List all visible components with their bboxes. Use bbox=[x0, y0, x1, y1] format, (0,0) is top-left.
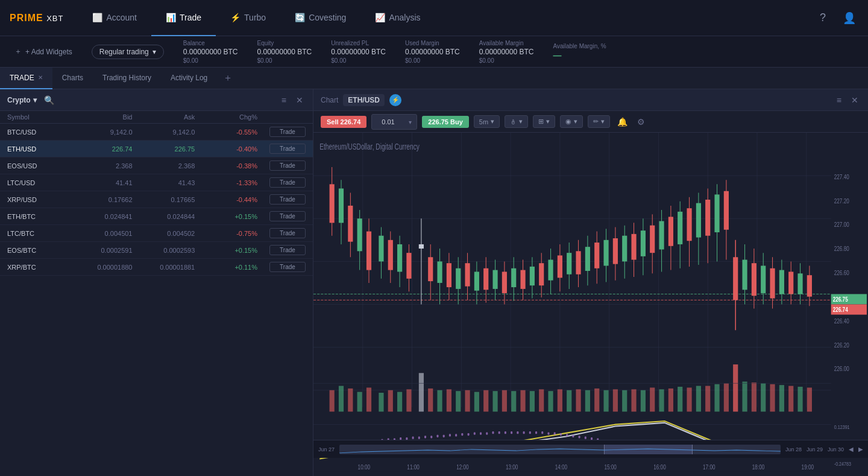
nav-item-covesting[interactable]: 🔄 Covesting bbox=[280, 0, 360, 36]
search-button[interactable]: 🔍 bbox=[42, 94, 57, 106]
trade-ltcbtc-button[interactable]: Trade bbox=[269, 228, 306, 238]
nav-turbo-label: Turbo bbox=[244, 13, 266, 22]
chart-type-selector[interactable]: 🕯 ▾ bbox=[505, 115, 528, 128]
tab-trade[interactable]: TRADE ✕ bbox=[0, 68, 52, 89]
svg-rect-173 bbox=[788, 386, 793, 412]
symbol-row-ltcusd[interactable]: LTC/USD 41.41 41.43 -1.33% Trade bbox=[0, 174, 313, 191]
svg-rect-215 bbox=[535, 431, 537, 434]
add-widgets-button[interactable]: ＋ + Add Widgets bbox=[10, 44, 77, 59]
nav-trade-label: Trade bbox=[180, 13, 201, 22]
sell-button[interactable]: Sell 226.74 bbox=[321, 116, 366, 128]
symbol-eosbtc-ask: 0.0002593 bbox=[133, 247, 195, 254]
symbol-xrpbtc-ask: 0.00001881 bbox=[133, 264, 195, 271]
chart-alert-button[interactable]: 🔔 bbox=[615, 116, 630, 128]
chart-symbol[interactable]: ETH/USD bbox=[343, 94, 385, 106]
indicator-icon: ◉ bbox=[565, 118, 571, 125]
svg-rect-160 bbox=[668, 389, 673, 411]
chart-area[interactable]: Ethereum/USDollar, Digital Currency bbox=[313, 133, 868, 476]
trade-xrpusd-button[interactable]: Trade bbox=[269, 194, 306, 205]
svg-rect-151 bbox=[585, 390, 590, 412]
profile-button[interactable]: 👤 bbox=[840, 9, 858, 27]
svg-rect-59 bbox=[511, 268, 516, 287]
svg-rect-127 bbox=[357, 392, 362, 412]
svg-rect-148 bbox=[558, 389, 562, 411]
avail-margin-pct-value: — bbox=[553, 51, 606, 60]
tab-activity-log[interactable]: Activity Log bbox=[161, 68, 217, 89]
chart-settings-button[interactable]: ⚙ bbox=[635, 116, 647, 128]
nav-item-account[interactable]: ⬜ Account bbox=[78, 0, 151, 36]
svg-rect-79 bbox=[603, 240, 608, 266]
covesting-icon: 🔄 bbox=[295, 13, 305, 22]
svg-rect-172 bbox=[779, 385, 784, 411]
panel-close-icon[interactable]: ✕ bbox=[294, 94, 306, 106]
help-button[interactable]: ? bbox=[817, 9, 828, 27]
symbol-row-ethusd[interactable]: ETH/USD 226.74 226.75 -0.40% Trade bbox=[0, 141, 313, 157]
tab-add-button[interactable]: ＋ bbox=[217, 72, 239, 84]
tab-charts[interactable]: Charts bbox=[52, 68, 93, 89]
trade-ethusd-button[interactable]: Trade bbox=[269, 144, 306, 154]
symbol-row-xrpusd[interactable]: XRP/USD 0.17662 0.17665 -0.44% Trade bbox=[0, 191, 313, 208]
svg-rect-223 bbox=[585, 437, 587, 439]
qty-input[interactable] bbox=[377, 116, 407, 127]
svg-rect-132 bbox=[406, 389, 411, 411]
symbol-ltcusd-bid: 41.41 bbox=[70, 179, 133, 186]
svg-text:227.40: 227.40 bbox=[834, 173, 849, 180]
svg-rect-196 bbox=[418, 437, 420, 439]
tab-trading-history[interactable]: Trading History bbox=[93, 68, 161, 89]
trading-mode-dropdown[interactable]: Regular trading ▾ bbox=[92, 45, 164, 59]
chart-draw-selector[interactable]: ✏ ▾ bbox=[588, 115, 610, 128]
symbol-row-btcusd[interactable]: BTC/USD 9,142.0 9,142.0 -0.55% Trade bbox=[0, 124, 313, 141]
trade-eosusd-button[interactable]: Trade bbox=[269, 160, 306, 171]
chart-overlay-selector[interactable]: ⊞ ▾ bbox=[533, 115, 555, 128]
chart-exchange-icon[interactable]: ⚡ bbox=[389, 94, 401, 106]
symbol-btcusd-name: BTC/USD bbox=[7, 129, 70, 136]
svg-rect-75 bbox=[585, 247, 590, 271]
nav-item-analysis[interactable]: 📈 Analysis bbox=[360, 0, 435, 36]
svg-rect-95 bbox=[678, 212, 682, 244]
panel-menu-icon[interactable]: ≡ bbox=[279, 94, 289, 106]
symbol-ltcusd-ask: 41.43 bbox=[133, 179, 195, 186]
symbol-panel-header: Crypto ▾ 🔍 ≡ ✕ bbox=[0, 89, 313, 111]
trade-eosbtc-button[interactable]: Trade bbox=[269, 245, 306, 255]
svg-rect-168 bbox=[742, 382, 747, 412]
avail-margin-btc: 0.00000000 BTC bbox=[479, 48, 534, 56]
symbol-xrpusd-chg: -0.44% bbox=[195, 196, 257, 203]
trade-ltcusd-button[interactable]: Trade bbox=[269, 177, 306, 188]
tab-trade-close-icon[interactable]: ✕ bbox=[38, 74, 43, 81]
svg-rect-171 bbox=[770, 384, 775, 412]
crypto-label-text: Crypto bbox=[7, 96, 31, 104]
nav-left-arrow[interactable]: ◀ bbox=[849, 446, 854, 452]
symbol-row-eosusd[interactable]: EOS/USD 2.368 2.368 -0.38% Trade bbox=[0, 157, 313, 174]
svg-rect-99 bbox=[696, 203, 701, 238]
svg-rect-53 bbox=[483, 268, 488, 290]
svg-rect-107 bbox=[733, 257, 738, 300]
nav-item-trade[interactable]: 📊 Trade bbox=[151, 0, 216, 36]
symbol-row-ltcbtc[interactable]: LTC/BTC 0.004501 0.004502 -0.75% Trade bbox=[0, 225, 313, 242]
chart-indicator-selector[interactable]: ◉ ▾ bbox=[560, 115, 583, 128]
buy-button[interactable]: 226.75 Buy bbox=[422, 116, 468, 128]
chart-header-right: ≡ ✕ bbox=[834, 94, 861, 106]
svg-text:226.00: 226.00 bbox=[834, 365, 849, 373]
symbol-ltcusd-chg: -1.33% bbox=[195, 179, 257, 186]
symbol-row-xrpbtc[interactable]: XRP/BTC 0.00001880 0.00001881 +0.11% Tra… bbox=[0, 259, 313, 276]
trade-btcusd-button[interactable]: Trade bbox=[269, 127, 306, 137]
svg-rect-61 bbox=[520, 270, 525, 289]
crypto-category-selector[interactable]: Crypto ▾ bbox=[7, 96, 37, 104]
mini-chart-bar[interactable] bbox=[339, 445, 781, 454]
symbol-row-eosbtc[interactable]: EOS/BTC 0.0002591 0.0002593 +0.15% Trade bbox=[0, 242, 313, 259]
svg-rect-140 bbox=[483, 390, 488, 412]
svg-text:226.20: 226.20 bbox=[834, 341, 849, 349]
svg-rect-203 bbox=[461, 433, 463, 436]
svg-rect-33 bbox=[388, 240, 393, 270]
trade-xrpbtc-button[interactable]: Trade bbox=[269, 262, 306, 272]
avail-margin-label: Available Margin bbox=[479, 40, 534, 46]
symbol-row-ethbtc[interactable]: ETH/BTC 0.024841 0.024844 +0.15% Trade bbox=[0, 208, 313, 225]
nav-item-turbo[interactable]: ⚡ Turbo bbox=[216, 0, 280, 36]
chart-close-icon[interactable]: ✕ bbox=[849, 94, 861, 106]
chart-menu-icon[interactable]: ≡ bbox=[834, 94, 844, 106]
trade-ethbtc-button[interactable]: Trade bbox=[269, 211, 306, 221]
symbol-ethusd-ask: 226.75 bbox=[133, 145, 195, 153]
col-action bbox=[257, 113, 306, 121]
nav-right-arrow[interactable]: ▶ bbox=[858, 446, 863, 452]
interval-selector[interactable]: 5m ▾ bbox=[474, 115, 500, 128]
